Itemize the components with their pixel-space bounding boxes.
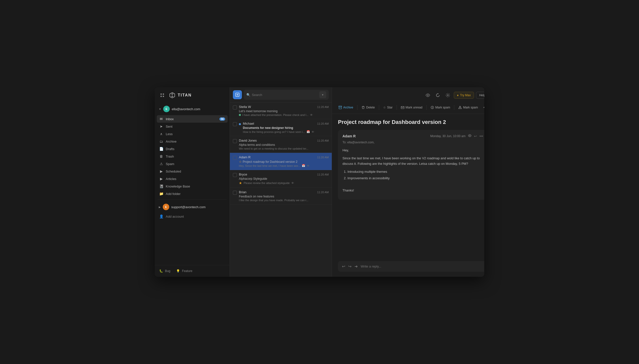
reply-all-button[interactable]: ↪ (348, 264, 351, 269)
email-card-header: Adam R Monday, 30 Jun, 10:00 am ↩ ••• (342, 134, 483, 138)
email-preview: Hey, Since the last time we met, I have … (239, 164, 300, 167)
email-item[interactable]: Brian 11:20 AM Feedback on new features … (230, 188, 332, 204)
email-checkbox[interactable] (233, 122, 237, 126)
email-list-panel: 🔍 ▾ Stella W 11:20 AM Let's meet tomorro… (230, 87, 332, 277)
mark-spam-2-label: Mark spam (463, 106, 478, 109)
delete-icon (361, 106, 365, 109)
reply-icon-button[interactable]: ↩ (474, 134, 477, 138)
email-preview: We need to get on a meeting to discuss t… (239, 147, 329, 150)
add-account-button[interactable]: 👤 Add account (157, 213, 228, 220)
svg-point-5 (427, 95, 428, 96)
inbox-badge: 56 (220, 118, 225, 121)
email-checkbox[interactable] (233, 106, 237, 110)
email-checkbox[interactable] (233, 156, 237, 160)
middle-header: 🔍 ▾ (230, 87, 332, 102)
email-item[interactable]: David Jones 11:20 AM Alpha terms and con… (230, 136, 332, 153)
email-top-row: Adam R 11:20 AM (239, 155, 329, 159)
feature-icon: 💡 (176, 269, 180, 273)
email-top-row: David Jones 11:20 AM (239, 138, 329, 142)
drafts-icon: 📄 (159, 147, 163, 151)
sidebar-item-trash[interactable]: 🗑 Trash (157, 152, 228, 160)
nav-list: ✉ Inbox 56 ➤ Sent ∧ Less 🗂 Archive 📄 Dra… (155, 115, 230, 198)
search-dropdown-button[interactable]: ▾ (319, 91, 326, 98)
archive-toolbar-icon (338, 106, 342, 109)
crown-icon: ♦ (457, 94, 459, 97)
email-time: 11:20 AM (317, 106, 329, 108)
star-icon: ☆ (239, 160, 242, 164)
account-expand-icon: ▼ (159, 108, 161, 110)
sidebar-item-label-archive: Archive (166, 140, 176, 143)
sidebar-item-knowledge-base[interactable]: 📓 Knowledge Base (157, 182, 228, 190)
search-input[interactable] (252, 93, 318, 97)
email-preview: How is the hiring process going on? I ha… (243, 130, 305, 134)
email-sender: Brian (239, 190, 246, 194)
sidebar-item-label-inbox: Inbox (166, 117, 174, 121)
sidebar-item-drafts[interactable]: 📄 Drafts (157, 145, 228, 152)
secondary-account-row[interactable]: ▶ E support@avontech.com (157, 202, 228, 212)
help-button[interactable]: Help (476, 92, 484, 99)
primary-account-section: ▼ E ella@avontech.com (155, 103, 230, 115)
sidebar-item-spam[interactable]: ⚠ Spam (157, 160, 228, 168)
feature-button[interactable]: 💡 Feature (174, 267, 195, 275)
email-checkbox[interactable] (233, 173, 237, 177)
sidebar-item-add-folder[interactable]: 📁 Add folder (157, 190, 228, 198)
try-max-label: Try Max (460, 94, 471, 97)
bug-button[interactable]: 🐛 Bug (157, 267, 173, 275)
sidebar-item-articles[interactable]: ▶ Articles (157, 175, 228, 182)
reply-input[interactable] (361, 264, 484, 268)
mark-unread-button[interactable]: Mark unread (398, 104, 425, 111)
primary-email: ella@avontech.com (172, 107, 226, 111)
email-checkbox[interactable] (233, 191, 237, 195)
email-to: To: ella@avontech.com, (342, 140, 483, 144)
sidebar-item-label-knowledge-base: Knowledge Base (166, 184, 190, 188)
compose-button[interactable] (233, 90, 242, 99)
top-bar: ♦ Try Max Help (419, 87, 484, 103)
email-time: 11:20 AM (317, 191, 329, 194)
visibility-icon-button[interactable] (424, 91, 432, 99)
delete-button[interactable]: Delete (359, 104, 377, 111)
sidebar-item-archive[interactable]: 🗂 Archive (157, 138, 228, 145)
email-item[interactable]: Adam R 11:20 AM ☆ Project roadmap for Da… (230, 153, 332, 170)
sidebar-item-inbox[interactable]: ✉ Inbox 56 (157, 115, 228, 123)
trash-icon: 🗑 (159, 154, 163, 158)
star-button[interactable]: ☆ Star (381, 104, 395, 111)
grid-menu-button[interactable] (158, 91, 166, 99)
email-item[interactable]: Bryce 11:20 AM Alphacorp Styleguide ★ Pl… (230, 170, 332, 188)
email-item[interactable]: Michael 11:20 AM Documents for new desig… (230, 119, 332, 136)
email-sender: Adam R (239, 155, 251, 159)
bug-label: Bug (165, 269, 170, 273)
try-max-button[interactable]: ♦ Try Max (454, 92, 474, 99)
eye-icon (425, 93, 430, 98)
add-folder-icon: 📁 (159, 192, 163, 196)
search-bar[interactable]: 🔍 ▾ (244, 90, 329, 100)
primary-account-row[interactable]: ▼ E ella@avontech.com (157, 104, 228, 114)
email-time: 11:20 AM (317, 122, 329, 125)
email-content: Adam R 11:20 AM ☆ Project roadmap for Da… (239, 155, 329, 167)
mark-spam-2-button[interactable]: Mark spam (456, 104, 480, 111)
email-subject: Alphacorp Styleguide (239, 177, 329, 180)
more-options-button[interactable]: ••• (482, 104, 484, 111)
eye-meta-icon (468, 134, 472, 137)
secondary-avatar: E (163, 204, 169, 210)
view-icon-button[interactable] (468, 134, 472, 138)
sidebar-item-scheduled[interactable]: ▶ Scheduled (157, 168, 228, 175)
archive-button[interactable]: Archive (336, 104, 356, 111)
email-time: 11:20 AM (317, 139, 329, 142)
settings-button[interactable] (444, 91, 452, 99)
email-checkbox[interactable] (233, 139, 237, 143)
mark-unread-label: Mark unread (406, 106, 422, 109)
svg-rect-3 (163, 96, 164, 97)
forward-button[interactable]: ➜ (354, 264, 358, 269)
mark-spam-button[interactable]: Mark spam (428, 104, 453, 111)
email-top-row: Michael 11:20 AM (243, 122, 329, 126)
email-card-sender: Adam R (342, 134, 356, 138)
refresh-button[interactable] (434, 91, 442, 99)
email-preview: I like the design that you have made. Pr… (239, 199, 329, 202)
email-view-body: Project roadmap for Dashboard version 2 … (332, 114, 484, 261)
sidebar-item-less[interactable]: ∧ Less (157, 130, 228, 138)
email-meta-right: Monday, 30 Jun, 10:00 am ↩ ••• (430, 134, 483, 138)
more-email-button[interactable]: ••• (480, 134, 483, 138)
email-item[interactable]: Stella W 11:20 AM Let's meet tomorrow mo… (230, 102, 332, 119)
sidebar-item-sent[interactable]: ➤ Sent (157, 123, 228, 130)
reply-button[interactable]: ↩ (342, 264, 345, 269)
